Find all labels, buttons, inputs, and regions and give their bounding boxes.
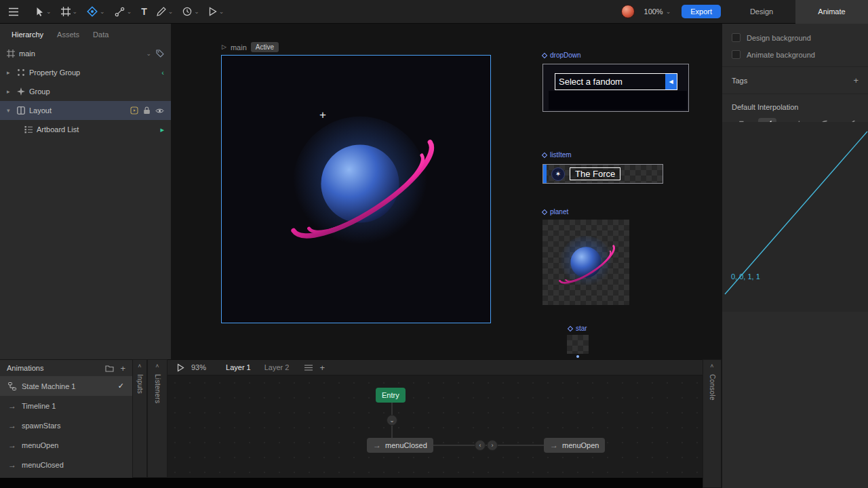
state-node-menuclosed[interactable]: → menuClosed — [367, 438, 433, 453]
dropdown-component[interactable]: Select a fandom ◀ — [542, 64, 689, 112]
option-label: Design background — [747, 34, 811, 42]
export-button[interactable]: Export — [682, 5, 721, 18]
animation-row-state-machine[interactable]: State Machine 1 ✓ — [0, 376, 132, 396]
component-label-listitem[interactable]: listItem — [542, 151, 572, 159]
chevron-down-icon[interactable]: ⌄ — [46, 9, 52, 15]
planet-thumb-artwork — [542, 220, 629, 305]
dropdown-arrow-button[interactable]: ◀ — [665, 74, 677, 89]
avatar[interactable] — [621, 5, 635, 18]
collapse-left-icon[interactable]: ‹ — [161, 69, 164, 77]
shapes-tool-active[interactable]: ⌄ — [82, 0, 110, 23]
component-label-dropdown[interactable]: dropDown — [542, 52, 581, 59]
state-arrow-icon: → — [550, 441, 558, 449]
text-tool[interactable]: T — [136, 0, 152, 23]
artboard-header[interactable]: ▷ main Active — [222, 42, 279, 52]
zoom-control[interactable]: 100% ⌄ — [640, 7, 675, 16]
inputs-tab[interactable]: ˄ Inputs — [132, 359, 147, 478]
transition-right-button[interactable]: › — [487, 440, 498, 451]
interpolation-curve — [722, 122, 868, 312]
design-background-swatch[interactable] — [732, 33, 741, 42]
one-shot-icon: → — [8, 441, 16, 449]
component-name: dropDown — [550, 52, 581, 59]
state-machine-graph[interactable]: Entry ⌄ → menuClosed ‹ › → menuOpen — [167, 375, 703, 479]
artboard-main[interactable] — [221, 55, 491, 323]
artboard-tool[interactable]: ⌄ — [56, 0, 83, 23]
component-label-planet[interactable]: planet — [542, 208, 568, 216]
animation-label: Timeline 1 — [22, 402, 56, 410]
play-animation-button[interactable] — [177, 363, 184, 372]
tab-data[interactable]: Data — [87, 29, 115, 40]
dropdown-field[interactable]: Select a fandom ◀ — [555, 73, 677, 90]
chevron-down-icon[interactable]: ⌄ — [73, 9, 78, 15]
bone-tool[interactable]: ⌄ — [110, 0, 137, 23]
time-tool[interactable]: ⌄ — [178, 0, 204, 23]
caret-icon[interactable]: ▸ — [7, 89, 13, 95]
listitem-text[interactable]: The Force — [570, 167, 620, 180]
add-tag-button[interactable]: + — [853, 76, 859, 85]
caret-icon[interactable]: ▸ — [7, 70, 13, 76]
chevron-down-icon[interactable]: ⌄ — [168, 9, 174, 15]
design-mode-button[interactable]: Design — [728, 0, 795, 24]
tab-assets[interactable]: Assets — [51, 29, 85, 40]
clock-icon — [182, 7, 192, 16]
animate-background-option[interactable]: Animate background — [722, 46, 868, 63]
layer-tab-2[interactable]: Layer 2 — [261, 363, 293, 371]
tree-row-group[interactable]: ▸ Group — [0, 82, 171, 101]
layer-list-icon[interactable] — [304, 365, 313, 371]
animation-row-timeline[interactable]: → Timeline 1 — [0, 396, 132, 415]
add-animation-button[interactable]: + — [120, 364, 125, 373]
list-icon — [24, 125, 33, 134]
play-tool[interactable]: ⌄ — [204, 0, 229, 23]
transition-left-button[interactable]: ‹ — [475, 440, 486, 451]
tree-row-main[interactable]: main ⌄ — [0, 44, 171, 63]
tree-row-property-group[interactable]: ▸ Property Group ‹ — [0, 63, 171, 82]
planet-component[interactable] — [542, 220, 629, 305]
main-menu-button[interactable] — [0, 0, 27, 23]
curve-values: 0, 0, 1, 1 — [731, 272, 760, 281]
panel-tabs: Hierarchy Assets Data — [0, 24, 171, 44]
play-forward-icon[interactable]: ▸ — [160, 126, 164, 134]
curve-editor[interactable]: 0, 0, 1, 1 — [722, 122, 868, 312]
folder-icon[interactable] — [105, 365, 114, 372]
entry-node[interactable]: Entry — [376, 388, 406, 403]
graph-zoom-value[interactable]: 93% — [191, 363, 206, 371]
design-background-option[interactable]: Design background — [722, 29, 868, 46]
animation-row-spawnstars[interactable]: → spawnStars — [0, 415, 132, 435]
caret-icon[interactable]: ▾ — [7, 108, 13, 114]
star-origin-handle[interactable] — [576, 355, 579, 358]
console-tab[interactable]: ˄ Console — [703, 359, 722, 488]
state-arrow-icon: → — [373, 441, 381, 449]
layer-tab-1[interactable]: Layer 1 — [222, 363, 254, 371]
select-tool[interactable]: ⌄ — [31, 0, 56, 23]
tag-icon[interactable] — [156, 49, 164, 58]
stage-canvas[interactable]: ▷ main Active + dropDown Select a fandom… — [172, 24, 722, 359]
tree-row-layout[interactable]: ▾ Layout — [0, 101, 171, 120]
animate-mode-button[interactable]: Animate — [795, 0, 868, 24]
add-layer-button[interactable]: + — [319, 363, 325, 372]
pencil-tool[interactable]: ⌄ — [152, 0, 178, 23]
chevron-down-icon[interactable]: ⌄ — [146, 51, 151, 57]
chevron-down-icon[interactable]: ⌄ — [127, 9, 132, 15]
tree-label: Property Group — [29, 68, 80, 77]
state-label: menuOpen — [562, 441, 599, 449]
entry-transition-chevron[interactable]: ⌄ — [387, 415, 397, 426]
eye-icon[interactable] — [155, 108, 164, 114]
animation-row-menuclosed[interactable]: → menuClosed — [0, 455, 132, 474]
lock-icon[interactable] — [143, 106, 151, 115]
listeners-tab[interactable]: ˄ Listeners — [147, 359, 167, 478]
chevron-down-icon[interactable]: ⌄ — [219, 9, 224, 15]
tree-row-artboard-list[interactable]: Artboard List ▸ — [0, 120, 171, 139]
tab-hierarchy[interactable]: Hierarchy — [5, 29, 50, 40]
tree-label: Layout — [29, 106, 52, 115]
state-node-menuopen[interactable]: → menuOpen — [544, 438, 605, 453]
rive-editor: ⌄ ⌄ ⌄ ⌄ T ⌄ ⌄ ⌄ — [0, 0, 868, 488]
component-label-star[interactable]: star — [568, 325, 587, 332]
listitem-component[interactable]: ✶ The Force — [542, 164, 663, 184]
animate-background-swatch[interactable] — [732, 50, 741, 59]
chevron-down-icon[interactable]: ⌄ — [100, 9, 105, 15]
clip-icon[interactable] — [130, 106, 138, 115]
animation-row-menuopen[interactable]: → menuOpen — [0, 435, 132, 455]
animations-title: Animations — [7, 364, 43, 372]
chevron-down-icon[interactable]: ⌄ — [194, 9, 199, 15]
star-component[interactable] — [567, 335, 589, 354]
